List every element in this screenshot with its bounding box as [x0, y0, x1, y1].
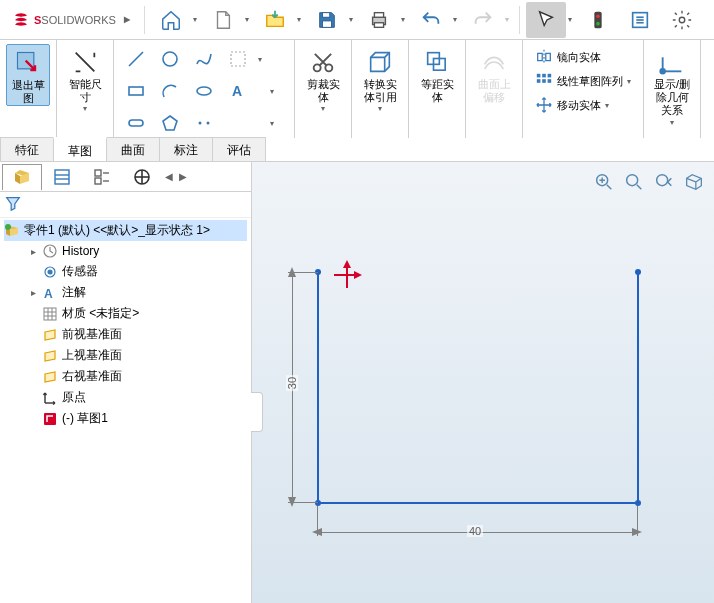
rectangle-tool[interactable]: [120, 76, 152, 106]
tree-sketch1[interactable]: (-) 草图1: [4, 408, 247, 429]
svg-rect-52: [44, 308, 56, 320]
arc-tool[interactable]: [154, 76, 186, 106]
tree-root[interactable]: 零件1 (默认) <<默认>_显示状态 1>: [4, 220, 247, 241]
row3-dropdown[interactable]: ▾: [256, 108, 288, 138]
svg-line-63: [637, 185, 642, 190]
side-nav-prev[interactable]: ◀: [162, 171, 176, 182]
svg-point-6: [596, 14, 600, 18]
open-button[interactable]: [255, 2, 295, 38]
pattern-button[interactable]: 线性草图阵列▾: [531, 70, 635, 92]
tree-sensors[interactable]: 传感器: [4, 261, 247, 282]
undo-dropdown-icon[interactable]: ▾: [453, 15, 461, 24]
move-button[interactable]: 移动实体▾: [531, 94, 635, 116]
undo-button[interactable]: [411, 2, 451, 38]
trim-button[interactable]: 剪裁实 体: [301, 44, 345, 104]
property-tab[interactable]: [42, 164, 82, 190]
side-nav-next[interactable]: ▶: [176, 171, 190, 182]
open-dropdown-icon[interactable]: ▾: [297, 15, 305, 24]
line-tool[interactable]: [120, 44, 152, 74]
print-dropdown-icon[interactable]: ▾: [401, 15, 409, 24]
sketch-line-bottom[interactable]: [317, 502, 637, 504]
feature-tree: 零件1 (默认) <<默认>_显示状态 1> ▸History 传感器 ▸A注解…: [0, 218, 251, 603]
svg-rect-30: [548, 74, 552, 78]
save-dropdown-icon[interactable]: ▾: [349, 15, 357, 24]
svg-rect-1: [322, 20, 331, 26]
circle-tool[interactable]: [154, 44, 186, 74]
tree-material[interactable]: 材质 <未指定>: [4, 303, 247, 324]
svg-rect-20: [129, 120, 143, 126]
rebuild-dropdown-icon[interactable]: ▾: [505, 15, 513, 24]
traffic-light-icon[interactable]: [578, 2, 618, 38]
offset-button[interactable]: 等距实 体: [415, 44, 459, 104]
sketch-point[interactable]: [635, 269, 641, 275]
svg-marker-68: [354, 271, 362, 279]
trim-dropdown-icon[interactable]: ▾: [321, 104, 325, 113]
row1-dropdown[interactable]: ▾: [256, 44, 264, 74]
tab-evaluate[interactable]: 评估: [212, 137, 266, 161]
collapse-sidebar-handle[interactable]: [251, 392, 263, 432]
tab-surface[interactable]: 曲面: [106, 137, 160, 161]
new-button[interactable]: [203, 2, 243, 38]
feature-tree-tab[interactable]: [2, 164, 42, 190]
settings-gear-icon[interactable]: [662, 2, 702, 38]
tab-annotate[interactable]: 标注: [159, 137, 213, 161]
dim-tab[interactable]: [122, 164, 162, 190]
convert-dropdown-icon[interactable]: ▾: [378, 104, 382, 113]
section-view-icon[interactable]: [680, 168, 708, 196]
svg-point-64: [657, 175, 668, 186]
tree-history[interactable]: ▸History: [4, 241, 247, 261]
filter-icon[interactable]: [4, 194, 22, 215]
smart-dim-dropdown-icon[interactable]: ▾: [83, 104, 87, 113]
smart-dimension-button[interactable]: 智能尺 寸: [63, 44, 107, 104]
svg-line-14: [129, 52, 143, 66]
convert-button[interactable]: 转换实 体引用: [358, 44, 402, 104]
exit-sketch-button[interactable]: 退出草 图: [6, 44, 50, 106]
feature-manager-panel: ◀ ▶ 零件1 (默认) <<默认>_显示状态 1> ▸History 传感器 …: [0, 162, 252, 603]
row2-dropdown[interactable]: ▾: [256, 76, 288, 106]
ellipse-tool[interactable]: [188, 76, 220, 106]
sketch-tools-grid: ▾ A ▾ ▾: [120, 44, 288, 138]
text-tool[interactable]: A: [222, 76, 254, 106]
config-tab[interactable]: [82, 164, 122, 190]
zoom-fit-icon[interactable]: [590, 168, 618, 196]
tab-features[interactable]: 特征: [0, 137, 54, 161]
svg-point-7: [596, 21, 600, 25]
polygon-tool[interactable]: [154, 108, 186, 138]
options-list-icon[interactable]: [620, 2, 660, 38]
new-dropdown-icon[interactable]: ▾: [245, 15, 253, 24]
home-dropdown-icon[interactable]: ▾: [193, 15, 201, 24]
prev-view-icon[interactable]: [650, 168, 678, 196]
sketch-line-left[interactable]: [317, 272, 319, 502]
rebuild-button[interactable]: [463, 2, 503, 38]
sketch-point[interactable]: [635, 500, 641, 506]
surface-offset-button[interactable]: 曲面上 偏移: [472, 44, 516, 104]
svg-rect-16: [231, 52, 245, 66]
svg-rect-37: [55, 170, 69, 184]
graphics-area[interactable]: 30 40: [252, 162, 714, 603]
tree-right-plane[interactable]: 右视基准面: [4, 366, 247, 387]
dimension-vertical[interactable]: 30: [286, 375, 298, 391]
point-tool[interactable]: [188, 108, 220, 138]
spline-tool[interactable]: [188, 44, 220, 74]
disp-rel-dropdown-icon[interactable]: ▾: [670, 118, 674, 127]
tree-front-plane[interactable]: 前视基准面: [4, 324, 247, 345]
tree-annotations[interactable]: ▸A注解: [4, 282, 247, 303]
chamfer-tool[interactable]: [222, 44, 254, 74]
svg-point-15: [163, 52, 177, 66]
select-dropdown-icon[interactable]: ▾: [568, 15, 576, 24]
print-button[interactable]: [359, 2, 399, 38]
mirror-button[interactable]: 镜向实体: [531, 46, 635, 68]
zoom-area-icon[interactable]: [620, 168, 648, 196]
tree-origin[interactable]: 原点: [4, 387, 247, 408]
display-relations-button[interactable]: 显示/删 除几何 关系: [650, 44, 694, 118]
dimension-horizontal[interactable]: 40: [467, 525, 483, 537]
slot-tool[interactable]: [120, 108, 152, 138]
sketch-point[interactable]: [315, 500, 321, 506]
select-button[interactable]: [526, 2, 566, 38]
save-button[interactable]: [307, 2, 347, 38]
svg-point-12: [679, 17, 685, 23]
tree-top-plane[interactable]: 上视基准面: [4, 345, 247, 366]
home-button[interactable]: [151, 2, 191, 38]
sketch-line-right[interactable]: [637, 272, 639, 502]
tab-sketch[interactable]: 草图: [53, 137, 107, 161]
